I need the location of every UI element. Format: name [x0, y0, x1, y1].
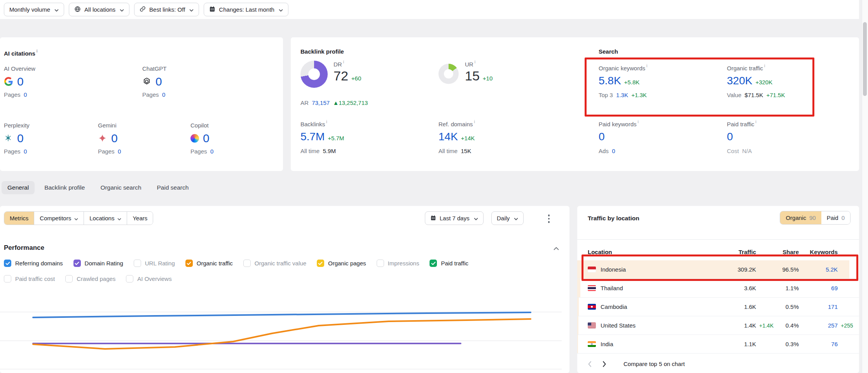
next-page-button[interactable] — [602, 361, 606, 367]
best-links-filter[interactable]: Best links: Off — [134, 3, 199, 16]
granularity-label: Daily — [497, 215, 510, 221]
gemini-count[interactable]: 0 — [111, 132, 118, 145]
keywords-link[interactable]: 76 — [831, 341, 838, 347]
checkbox-organic-traffic[interactable]: Organic traffic — [185, 260, 233, 267]
keywords-link[interactable]: 257 — [828, 322, 838, 329]
table-row-indonesia[interactable]: Indonesia 309.2K 96.5% 5.2K — [577, 260, 859, 279]
chevron-down-icon — [54, 6, 59, 13]
info-icon[interactable]: i — [638, 120, 639, 124]
tab-general[interactable]: General — [2, 181, 35, 194]
organic-paid-toggle: Organic90 Paid0 — [780, 211, 851, 225]
paid-traffic-value-link[interactable]: 0 — [727, 131, 733, 143]
locations-filter[interactable]: All locations — [69, 3, 129, 16]
copilot-count[interactable]: 0 — [203, 132, 210, 145]
info-icon[interactable]: i — [764, 64, 765, 68]
ai-overview-metric: AI Overview 0 Pages 0 — [4, 65, 93, 98]
ai-citations-card: AI citationsi AI Overview 0 Pages 0 Chat… — [0, 37, 283, 171]
checkbox-impressions[interactable]: Impressions — [377, 260, 419, 267]
table-row-united-states[interactable]: United States 1.4K+1.4K 0.4% 257+255 — [577, 316, 859, 335]
toggle-paid[interactable]: Paid0 — [821, 211, 850, 224]
date-range-chip[interactable]: Last 7 days — [425, 211, 484, 225]
ref-domains-metric: Ref. domainsi 14K+14K All time 15K — [438, 120, 475, 154]
copilot-pages-link[interactable]: 0 — [210, 148, 213, 155]
info-icon[interactable]: i — [756, 120, 756, 124]
backlinks-value-link[interactable]: 5.7M — [300, 131, 325, 143]
checkbox-label: Crawled pages — [77, 275, 115, 282]
table-row-india[interactable]: India 1.1K 0.3% 76 — [577, 335, 859, 354]
unchecked-checkbox-icon — [65, 275, 73, 282]
collapse-chevron-icon[interactable] — [554, 245, 559, 251]
checkbox-referring-domains[interactable]: Referring domains — [4, 260, 63, 267]
unchecked-checkbox-icon — [4, 275, 11, 282]
compare-top5-button[interactable]: Compare top 5 on chart — [623, 361, 685, 367]
more-options-button[interactable] — [543, 212, 554, 225]
perplexity-pages-link[interactable]: 0 — [24, 148, 27, 155]
chatgpt-pages-link[interactable]: 0 — [162, 91, 165, 98]
changes-filter[interactable]: Changes: Last month — [204, 3, 288, 16]
chatgpt-count[interactable]: 0 — [155, 75, 162, 88]
ref-domains-value-link[interactable]: 14K — [438, 131, 458, 143]
checkbox-label: Referring domains — [15, 260, 63, 267]
ai-overview-count[interactable]: 0 — [17, 75, 24, 88]
segment-years[interactable]: Years — [127, 212, 153, 225]
segment-competitors[interactable]: Competitors — [34, 212, 84, 225]
unchecked-checkbox-icon — [134, 260, 141, 267]
organic-traffic-value-link[interactable]: 320K — [727, 75, 752, 87]
segment-metrics[interactable]: Metrics — [4, 212, 34, 225]
info-icon[interactable]: i — [326, 120, 327, 124]
table-row-thailand[interactable]: Thailand 3.6K 1.1% 69 — [577, 279, 859, 298]
checkbox-url-rating[interactable]: URL Rating — [134, 260, 175, 267]
tab-organic-search[interactable]: Organic search — [94, 181, 147, 194]
dr-donut — [300, 61, 328, 88]
keywords-link[interactable]: 171 — [828, 303, 838, 310]
performance-card: Metrics Competitors Locations Years Last… — [0, 206, 569, 373]
perplexity-count[interactable]: 0 — [17, 132, 24, 145]
info-icon[interactable]: i — [474, 120, 475, 124]
checkbox-paid-traffic-cost[interactable]: Paid traffic cost — [4, 275, 55, 282]
checkbox-label: AI Overviews — [137, 275, 171, 282]
ur-donut — [438, 64, 459, 84]
organic-keywords-metric: Organic keywordsi 5.8K+5.8K Top 3 1.3K +… — [599, 64, 647, 98]
vertical-scrollbar-thumb[interactable] — [863, 22, 867, 96]
granularity-chip[interactable]: Daily — [491, 211, 524, 225]
backlinks-metric: Backlinksi 5.7M+5.7M All time 5.9M — [300, 120, 344, 154]
checkbox-domain-rating[interactable]: Domain Rating — [73, 260, 123, 267]
tab-backlink-profile[interactable]: Backlink profile — [38, 181, 91, 194]
keywords-link[interactable]: 5.2K — [826, 266, 838, 273]
segment-locations[interactable]: Locations — [84, 212, 127, 225]
gemini-pages-link[interactable]: 0 — [118, 148, 121, 155]
monthly-volume-label: Monthly volume — [9, 6, 50, 13]
tab-paid-search[interactable]: Paid search — [151, 181, 195, 194]
checked-checkbox-icon — [4, 260, 11, 267]
checkbox-ai-overviews[interactable]: AI Overviews — [126, 275, 171, 282]
section-tabs: General Backlink profile Organic search … — [2, 181, 194, 194]
toggle-organic[interactable]: Organic90 — [780, 211, 821, 224]
info-icon[interactable]: i — [343, 60, 344, 64]
info-icon[interactable]: i — [646, 64, 647, 68]
monthly-volume-filter[interactable]: Monthly volume — [4, 3, 64, 16]
gemini-metric: Gemini 0 Pages 0 — [98, 122, 187, 155]
checkbox-organic-pages[interactable]: Organic pages — [317, 260, 366, 267]
chevron-down-icon — [279, 6, 283, 13]
info-icon[interactable]: i — [475, 60, 475, 64]
paid-keywords-value-link[interactable]: 0 — [599, 131, 605, 143]
traffic-by-location-title: Traffic by location — [588, 215, 639, 222]
ads-link[interactable]: 0 — [612, 148, 615, 154]
date-range-label: Last 7 days — [440, 215, 470, 221]
checkbox-organic-traffic-value[interactable]: Organic traffic value — [243, 260, 306, 267]
top3-link[interactable]: 1.3K — [616, 92, 628, 98]
metric-checkbox-row-1: Referring domainsDomain RatingURL Rating… — [4, 260, 468, 267]
organic-keywords-value-link[interactable]: 5.8K — [599, 75, 621, 87]
col-share: Share — [756, 249, 799, 255]
checkbox-paid-traffic[interactable]: Paid traffic — [430, 260, 468, 267]
ai-overview-pages-link[interactable]: 0 — [24, 91, 27, 98]
keywords-link[interactable]: 69 — [831, 285, 838, 291]
checkbox-crawled-pages[interactable]: Crawled pages — [65, 275, 115, 282]
info-icon[interactable]: i — [37, 49, 38, 53]
table-row-cambodia[interactable]: Cambodia 1.6K 0.5% 171 — [577, 298, 859, 316]
calendar-icon — [430, 215, 436, 222]
checkbox-label: Organic traffic value — [255, 260, 306, 267]
prev-page-button[interactable] — [588, 361, 592, 367]
ar-value-link[interactable]: 73,157 — [312, 99, 330, 106]
ar-line: AR 73,157 ▲13,252,713 — [300, 99, 368, 106]
